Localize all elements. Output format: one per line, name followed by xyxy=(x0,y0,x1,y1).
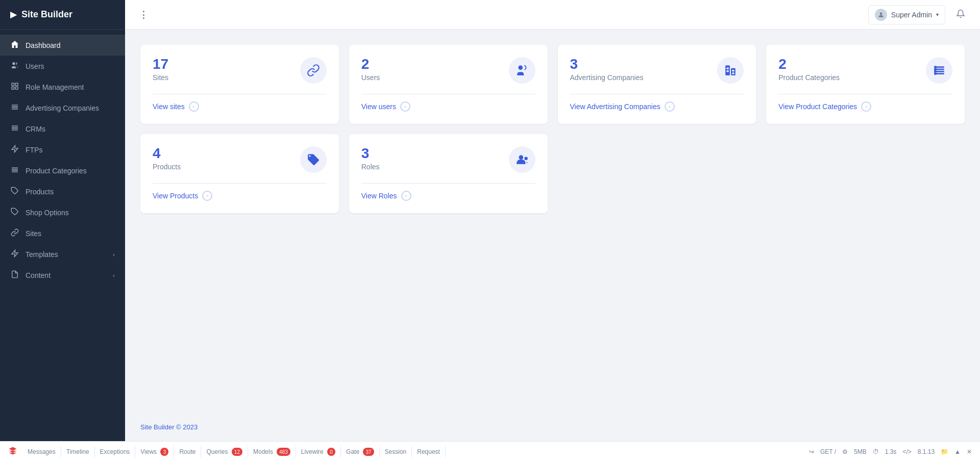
debug-version: 8.1.13 xyxy=(918,448,935,455)
debug-tab-gate[interactable]: Gate 37 xyxy=(341,446,379,458)
debug-memory: 5MB xyxy=(854,448,867,455)
sites-card-icon xyxy=(300,57,327,84)
debug-tab-queries[interactable]: Queries 12 xyxy=(201,446,248,458)
sidebar-nav: Dashboard Users Role Management Advertis… xyxy=(0,30,125,441)
admin-dropdown[interactable]: Super Admin ▾ xyxy=(868,5,945,24)
products-card: 4 Products View Products + xyxy=(140,134,339,213)
debug-tab-messages[interactable]: Messages xyxy=(22,446,61,457)
menu-dots-button[interactable]: ⋮ xyxy=(135,7,152,23)
sidebar-item-users[interactable]: Users xyxy=(0,56,125,76)
ftps-icon xyxy=(10,145,19,155)
debug-arrow-icon: ↪ xyxy=(809,448,814,455)
ad-companies-icon xyxy=(10,103,19,113)
exceptions-label: Exceptions xyxy=(100,448,130,455)
debug-code-icon: </> xyxy=(902,448,911,455)
debug-tab-models[interactable]: Models 483 xyxy=(248,446,296,458)
sidebar-item-label: Shop Options xyxy=(26,209,69,217)
sidebar-item-advertising-companies[interactable]: Advertising Companies xyxy=(0,97,125,118)
sidebar-item-label: Role Management xyxy=(26,83,84,91)
svg-rect-27 xyxy=(727,70,729,72)
sidebar-item-shop-options[interactable]: Shop Options xyxy=(0,202,125,223)
view-roles-link[interactable]: View Roles + xyxy=(361,191,535,201)
header-left: ⋮ xyxy=(135,7,152,23)
sidebar-item-role-management[interactable]: Role Management xyxy=(0,76,125,97)
users-card: 2 Users View users + xyxy=(349,45,548,124)
shop-options-icon xyxy=(10,208,19,217)
users-icon xyxy=(10,61,19,71)
sidebar-item-label: Content xyxy=(26,271,51,279)
svg-rect-4 xyxy=(12,87,14,89)
view-ad-companies-link[interactable]: View Advertising Companies + xyxy=(570,101,744,112)
debug-close-icon[interactable]: ✕ xyxy=(967,448,972,455)
view-sites-label: View sites xyxy=(153,102,185,111)
debug-tab-timeline[interactable]: Timeline xyxy=(61,446,95,457)
debug-right-info: ↪ GET / ⚙ 5MB ⏱ 1.3s </> 8.1.13 📁 ▲ ✕ xyxy=(809,448,972,455)
svg-rect-29 xyxy=(732,72,734,74)
livewire-label: Livewire xyxy=(301,448,324,455)
avatar xyxy=(875,9,887,21)
main-content: 17 Sites View sites + xyxy=(125,30,980,413)
sidebar-item-ftps[interactable]: FTPs xyxy=(0,139,125,160)
gate-label: Gate xyxy=(346,448,359,455)
view-product-categories-label: View Product Categories xyxy=(778,102,857,111)
route-label: Route xyxy=(179,448,195,455)
sidebar-brand: ▶ Site Builder xyxy=(0,0,125,30)
debug-tab-views[interactable]: Views 3 xyxy=(135,446,174,458)
svg-rect-2 xyxy=(12,83,14,86)
ad-companies-card-icon xyxy=(717,57,744,84)
notification-button[interactable] xyxy=(951,6,970,24)
sidebar-item-label: Product Categories xyxy=(26,167,87,175)
debug-expand-icon[interactable]: ▲ xyxy=(954,448,961,455)
sidebar-item-products[interactable]: Products xyxy=(0,181,125,202)
sidebar-item-content[interactable]: Content ‹ xyxy=(0,265,125,286)
svg-rect-28 xyxy=(732,70,734,71)
dashboard-icon xyxy=(10,40,19,50)
sidebar-item-product-categories[interactable]: Product Categories xyxy=(0,160,125,181)
debug-tab-route[interactable]: Route xyxy=(174,446,201,457)
debug-tab-exceptions[interactable]: Exceptions xyxy=(95,446,136,457)
view-products-link[interactable]: View Products + xyxy=(153,191,327,201)
svg-marker-0 xyxy=(11,41,18,48)
view-product-categories-link[interactable]: View Product Categories + xyxy=(778,101,952,112)
svg-marker-14 xyxy=(12,145,18,152)
view-users-link[interactable]: View users + xyxy=(361,101,535,112)
content-chevron: ‹ xyxy=(113,272,115,278)
content-icon xyxy=(10,270,19,280)
sites-label: Sites xyxy=(153,73,168,82)
view-roles-label: View Roles xyxy=(361,192,397,200)
svg-point-38 xyxy=(519,155,523,160)
footer-copyright: Site Builder © 2023 xyxy=(140,423,198,431)
site-footer: Site Builder © 2023 xyxy=(125,413,980,441)
debug-tab-session[interactable]: Session xyxy=(380,446,412,457)
gate-badge: 37 xyxy=(363,448,374,456)
sidebar-item-crms[interactable]: CRMs xyxy=(0,118,125,139)
view-sites-link[interactable]: View sites + xyxy=(153,101,327,112)
sidebar-item-templates[interactable]: Templates ‹ xyxy=(0,244,125,265)
users-count: 2 xyxy=(361,57,380,71)
view-users-label: View users xyxy=(361,102,396,111)
advertising-companies-card: 3 Advertising Companies View Advertising… xyxy=(558,45,756,124)
models-label: Models xyxy=(253,448,273,455)
sidebar-item-dashboard[interactable]: Dashboard xyxy=(0,35,125,56)
users-label: Users xyxy=(361,73,380,82)
svg-point-1 xyxy=(12,62,15,65)
product-categories-card-icon xyxy=(926,57,952,84)
svg-point-39 xyxy=(524,157,528,161)
view-ad-companies-label: View Advertising Companies xyxy=(570,102,660,111)
sidebar-item-sites[interactable]: Sites xyxy=(0,223,125,244)
header-right: Super Admin ▾ xyxy=(868,5,970,24)
request-label: Request xyxy=(417,448,440,455)
debug-tab-livewire[interactable]: Livewire 0 xyxy=(296,446,341,458)
product-categories-card: 2 Product Categories View Product Catego… xyxy=(766,45,965,124)
crms-icon xyxy=(10,124,19,134)
roles-count: 3 xyxy=(361,146,380,161)
svg-marker-21 xyxy=(12,250,18,256)
debug-method-path: GET / xyxy=(820,448,836,455)
role-icon xyxy=(10,82,19,92)
sites-count: 17 xyxy=(153,57,168,71)
session-label: Session xyxy=(385,448,407,455)
svg-rect-26 xyxy=(727,68,729,69)
debug-tab-request[interactable]: Request xyxy=(412,446,446,457)
sites-icon xyxy=(10,228,19,238)
view-products-circle-icon: + xyxy=(202,191,212,201)
